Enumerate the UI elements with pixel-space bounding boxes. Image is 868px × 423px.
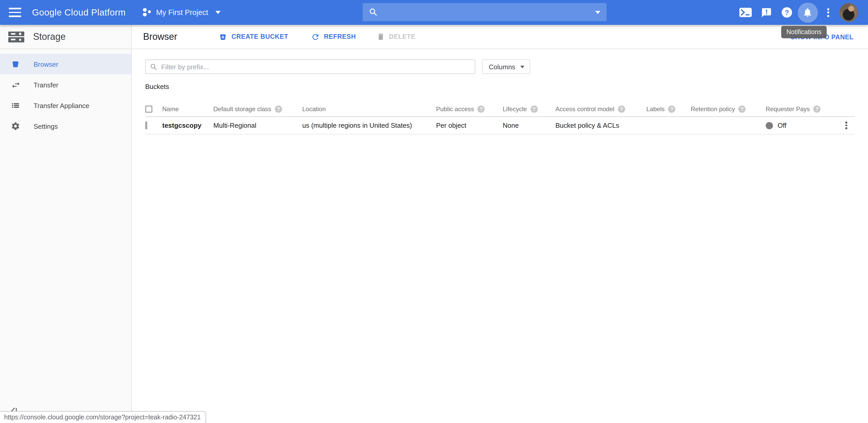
bucket-icon: [10, 59, 21, 69]
filter-toolbar: Columns: [132, 49, 868, 74]
refresh-button[interactable]: REFRESH: [311, 32, 356, 41]
col-header-retention-policy[interactable]: Retention policy?: [691, 105, 766, 112]
sidebar-item-label: Transfer: [34, 81, 58, 89]
col-header-name[interactable]: Name: [162, 105, 213, 112]
col-header-requester-pays[interactable]: Requester Pays?: [766, 105, 833, 112]
project-hexagons-icon: [143, 8, 151, 17]
cell-storage-class: Multi-Regional: [213, 121, 302, 129]
browser-status-bar: https://console.cloud.google.com/storage…: [0, 411, 207, 423]
storage-product-icon: [8, 31, 24, 42]
filter-field[interactable]: [145, 59, 475, 74]
refresh-icon: [311, 32, 320, 41]
help-icon[interactable]: ?: [668, 105, 676, 112]
bucket-name-link[interactable]: testgcscopy: [162, 121, 213, 129]
notifications-bell-icon: [802, 7, 813, 18]
sidebar-item-label: Transfer Appliance: [34, 102, 89, 109]
col-header-public-access[interactable]: Public access?: [436, 105, 503, 112]
sidebar-item-browser[interactable]: Browser: [0, 54, 131, 75]
hamburger-menu-icon[interactable]: [9, 8, 21, 17]
help-icon[interactable]: ?: [739, 105, 746, 112]
feedback-icon: [761, 7, 772, 18]
filter-input[interactable]: [161, 63, 471, 70]
main-content: Browser CREATE BUCKET REFRESH: [132, 25, 868, 423]
sidebar-nav: Browser Transfer: [0, 49, 131, 137]
page-title: Browser: [143, 31, 177, 42]
cell-public-access: Per object: [436, 121, 503, 129]
columns-button[interactable]: Columns: [482, 59, 530, 74]
help-button[interactable]: ?: [777, 0, 797, 25]
gear-icon: [10, 121, 21, 131]
swap-arrows-icon: [10, 80, 21, 90]
more-options-button[interactable]: [818, 0, 839, 25]
cell-requester-pays: Off: [766, 121, 833, 129]
topbar-icon-group: ?: [735, 0, 859, 25]
select-all-checkbox[interactable]: [145, 105, 152, 112]
help-icon[interactable]: ?: [618, 105, 625, 112]
search-dropdown-icon[interactable]: [595, 10, 600, 14]
top-app-bar: Google Cloud Platform My First Project: [0, 0, 868, 25]
cell-access-control: Bucket policy & ACLs: [555, 121, 646, 129]
user-avatar: [840, 3, 858, 22]
help-icon[interactable]: ?: [813, 105, 821, 112]
col-header-storage-class[interactable]: Default storage class?: [213, 105, 302, 112]
sidebar-item-label: Settings: [34, 122, 58, 130]
global-search-input[interactable]: [363, 3, 607, 21]
row-menu-button[interactable]: [845, 121, 855, 129]
sidebar: Storage Browser: [0, 25, 132, 423]
row-checkbox[interactable]: [145, 121, 147, 129]
notifications-tooltip: Notifications: [781, 26, 827, 38]
col-header-access-control[interactable]: Access control model?: [555, 105, 646, 112]
cell-location: us (multiple regions in United States): [302, 121, 436, 129]
status-dot-icon: [766, 122, 773, 129]
help-icon[interactable]: ?: [530, 105, 537, 112]
notifications-button[interactable]: [797, 0, 818, 25]
gcp-logo[interactable]: Google Cloud Platform: [32, 7, 126, 18]
cloud-shell-icon: [739, 8, 752, 17]
buckets-table: Name Default storage class? Location Pub…: [145, 101, 855, 135]
gcp-console: Google Cloud Platform My First Project: [0, 0, 868, 423]
project-name: My First Project: [156, 8, 208, 17]
trash-icon: [377, 33, 385, 41]
sidebar-title: Storage: [33, 31, 66, 42]
status-url: https://console.cloud.google.com/storage…: [4, 414, 201, 421]
sidebar-item-label: Browser: [34, 60, 58, 68]
create-bucket-button[interactable]: CREATE BUCKET: [219, 32, 288, 41]
col-header-location[interactable]: Location: [302, 105, 436, 112]
col-header-lifecycle[interactable]: Lifecycle?: [503, 105, 555, 112]
search-icon: [369, 8, 378, 17]
project-selector[interactable]: My First Project: [143, 8, 220, 17]
columns-caret-icon: [521, 65, 525, 68]
account-button[interactable]: [839, 0, 859, 25]
cell-lifecycle: None: [503, 121, 555, 129]
create-bucket-icon: [219, 32, 227, 41]
sidebar-item-transfer[interactable]: Transfer: [0, 75, 131, 95]
col-header-labels[interactable]: Labels?: [646, 105, 691, 112]
table-header-row: Name Default storage class? Location Pub…: [145, 101, 855, 117]
table-row[interactable]: testgcscopy Multi-Regional us (multiple …: [145, 117, 855, 135]
app-body: Storage Browser: [0, 25, 868, 423]
feedback-button[interactable]: [756, 0, 777, 25]
help-icon: ?: [782, 7, 792, 18]
sidebar-item-transfer-appliance[interactable]: Transfer Appliance: [0, 95, 131, 116]
delete-button[interactable]: DELETE: [377, 33, 415, 41]
chevron-down-icon: [215, 11, 221, 14]
help-icon[interactable]: ?: [478, 105, 485, 112]
list-bars-icon: [10, 100, 21, 111]
cloud-shell-button[interactable]: [735, 0, 756, 25]
help-icon[interactable]: ?: [275, 105, 282, 112]
filter-search-icon: [150, 63, 158, 70]
kebab-icon: [827, 8, 829, 17]
buckets-section-label: Buckets: [145, 83, 868, 90]
sidebar-item-settings[interactable]: Settings: [0, 116, 131, 137]
action-bar: Browser CREATE BUCKET REFRESH: [132, 25, 868, 49]
sidebar-header: Storage: [0, 25, 131, 49]
